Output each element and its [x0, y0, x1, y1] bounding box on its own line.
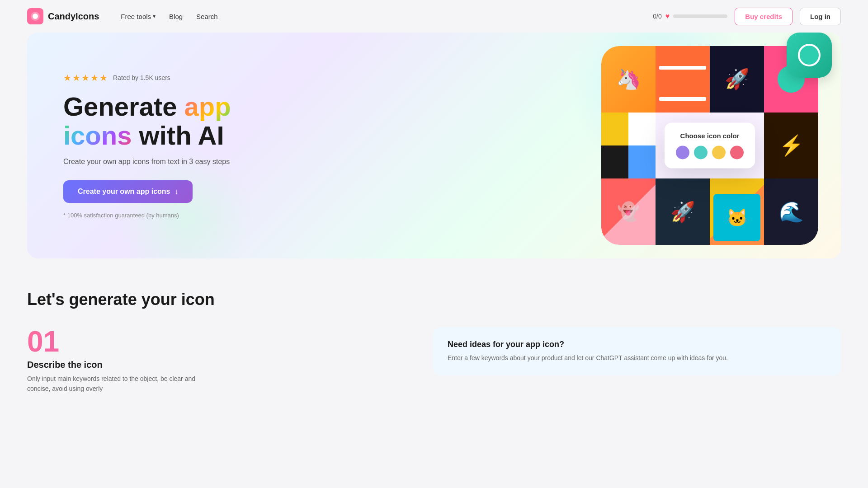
icon-grid: 🦄 🚀 — [597, 42, 823, 249]
hero-cta-label: Create your own app icons — [78, 188, 170, 196]
tile-rocket: 🚀 — [710, 46, 764, 113]
title-icons: icons — [63, 121, 132, 150]
rating-text: Rated by 1.5K users — [113, 74, 170, 81]
credits-value: 0/0 — [653, 13, 661, 20]
tile-wave: 🌊 — [764, 178, 818, 245]
floating-teal-icon — [787, 33, 832, 78]
buy-credits-button[interactable]: Buy credits — [735, 8, 793, 25]
unicorn-icon: 🦄 — [616, 67, 641, 91]
arrow-down-icon: ↓ — [175, 188, 178, 196]
q2 — [628, 113, 656, 145]
color-picker-popup: Choose icon color — [665, 122, 755, 168]
title-app: app — [184, 92, 231, 121]
navbar: CandyIcons Free tools ▾ Blog Search 0/0 … — [0, 0, 868, 33]
swatch-pink[interactable] — [730, 145, 744, 159]
hero-subtitle: Create your own app icons from text in 3… — [63, 158, 240, 166]
lightning-icon: ⚡ — [779, 134, 804, 157]
step-right-title: Need ideas for your app icon? — [448, 340, 826, 349]
q3 — [601, 145, 628, 178]
title-generate: Generate — [63, 92, 184, 121]
hero-section: ★★★★★ Rated by 1.5K users Generate app i… — [27, 33, 841, 258]
cat-icon: 🐱 — [726, 208, 748, 228]
hero-visual: 🦄 🚀 — [597, 42, 823, 249]
nav-right: 0/0 ♥ Buy credits Log in — [653, 8, 841, 25]
svg-point-2 — [33, 14, 38, 19]
teal-dot — [798, 44, 821, 66]
heart-icon: ♥ — [665, 12, 670, 20]
step-title: Describe the icon — [27, 360, 406, 370]
steps-row: 01 Describe the icon Only input main key… — [27, 327, 841, 394]
step-left: 01 Describe the icon Only input main key… — [27, 327, 406, 394]
chevron-down-icon: ▾ — [153, 13, 156, 19]
hero-cta-button[interactable]: Create your own app icons ↓ — [63, 180, 193, 203]
nav-left: CandyIcons Free tools ▾ Blog Search — [27, 8, 223, 24]
nav-search[interactable]: Search — [191, 10, 223, 23]
tile-redpink: 👻 — [601, 178, 656, 245]
swatch-yellow[interactable] — [712, 145, 726, 159]
tile-yellow-orange: 🐱 — [710, 178, 764, 245]
nav-free-tools[interactable]: Free tools ▾ — [115, 10, 161, 23]
stars: ★★★★★ — [63, 72, 108, 83]
tile-stripes — [656, 46, 710, 113]
tile-lightning: ⚡ — [764, 113, 818, 179]
rating-row: ★★★★★ Rated by 1.5K users — [63, 72, 240, 83]
color-swatches — [675, 145, 744, 159]
step-number: 01 — [27, 327, 406, 356]
rocket2-icon: 🚀 — [670, 200, 695, 224]
title-with-ai: with AI — [132, 121, 224, 150]
q1 — [601, 113, 628, 145]
ghost-icon: 👻 — [617, 201, 640, 222]
hero-content: ★★★★★ Rated by 1.5K users Generate app i… — [27, 45, 276, 246]
tile-ghost-dark: 🚀 — [656, 178, 710, 245]
swatch-purple[interactable] — [676, 145, 689, 159]
below-hero-section: Let's generate your icon 01 Describe the… — [0, 258, 868, 412]
tile-unicorn: 🦄 — [601, 46, 656, 113]
logo[interactable]: CandyIcons — [27, 8, 99, 24]
tile-color-picker: Choose icon color — [656, 113, 764, 179]
rocket-icon: 🚀 — [725, 67, 750, 91]
logo-icon — [27, 8, 43, 24]
icon-mosaic: 🦄 🚀 — [601, 46, 818, 245]
hero-title: Generate app icons with AI — [63, 92, 240, 150]
q4 — [628, 145, 656, 178]
section-title: Let's generate your icon — [27, 290, 841, 309]
swatch-teal[interactable] — [694, 145, 708, 159]
wave-icon: 🌊 — [779, 200, 804, 224]
step-desc: Only input main keywords related to the … — [27, 374, 199, 394]
step-right: Need ideas for your app icon? Enter a fe… — [433, 327, 841, 375]
hero-guarantee: * 100% satisfaction guaranteed (by human… — [63, 212, 240, 219]
nav-links: Free tools ▾ Blog Search — [115, 10, 223, 23]
credits-bar-wrapper — [673, 14, 727, 18]
nav-blog[interactable]: Blog — [164, 10, 188, 23]
step-right-desc: Enter a few keywords about your product … — [448, 353, 826, 363]
tile-quad — [601, 113, 656, 179]
color-picker-title: Choose icon color — [675, 131, 744, 139]
logo-text: CandyIcons — [48, 11, 99, 22]
login-button[interactable]: Log in — [800, 8, 841, 25]
credits-area: 0/0 ♥ — [653, 12, 727, 20]
